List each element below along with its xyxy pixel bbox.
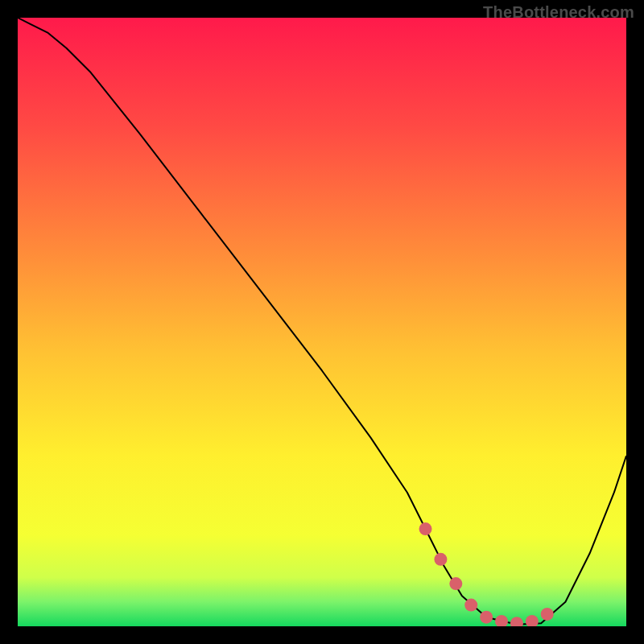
highlight-dot [464, 599, 477, 612]
plot-area [18, 18, 626, 626]
highlight-dot [480, 611, 493, 624]
highlight-dot [434, 553, 447, 566]
highlight-dot [419, 522, 432, 535]
chart-svg [18, 18, 626, 626]
watermark-label: TheBottleneck.com [483, 3, 634, 22]
chart-frame: TheBottleneck.com [0, 0, 644, 644]
highlight-dot [449, 577, 462, 590]
gradient-background [18, 18, 626, 626]
highlight-dot [541, 608, 554, 621]
